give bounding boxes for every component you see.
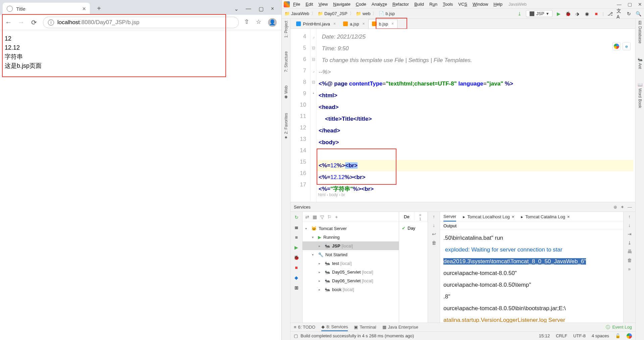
editor-tab[interactable]: PrintHtml.java× [292, 19, 339, 29]
java-ee-tool-button[interactable]: ▦ Java Enterprise [382, 325, 418, 330]
ant-tool-button[interactable]: 🐜 Ant [638, 57, 642, 69]
database-tool-button[interactable]: 🗄 Database [638, 21, 642, 44]
settings-icon[interactable]: ✶ [621, 205, 624, 210]
tree-node[interactable]: ▾🐱 Tomcat Server [303, 224, 399, 233]
build-icon[interactable]: ⤓ [517, 11, 523, 17]
menu-build[interactable]: Build [412, 1, 426, 7]
project-tool-button[interactable]: 1: Project [284, 21, 288, 38]
wrap-icon[interactable]: ↩ [432, 231, 436, 237]
bookmark-icon[interactable]: ☆ [256, 18, 261, 27]
delete-icon[interactable]: 🗑 [627, 258, 632, 263]
collapse-all-icon[interactable]: ≡ [293, 234, 300, 241]
tree-node[interactable]: ▾🔧 Not Started [303, 250, 399, 259]
minimize-icon[interactable]: — [246, 6, 251, 12]
console-tab-catalina[interactable]: ▸ Tomcat Catalina Log × [521, 214, 570, 219]
reload-button[interactable]: ⟳ [30, 18, 38, 26]
menu-refactor[interactable]: Refactor [390, 1, 411, 7]
browser-tab[interactable]: Title × [3, 3, 90, 15]
editor-tab[interactable]: a.jsp× [339, 19, 368, 29]
profile-button[interactable]: ◉ [584, 11, 590, 17]
clear-icon[interactable]: 🗑 [432, 240, 436, 245]
share-icon[interactable]: ⇧ [244, 18, 249, 27]
services-tool-button[interactable]: ◆ 8: Services [321, 323, 348, 331]
close-icon[interactable]: × [333, 21, 336, 26]
updates-icon[interactable]: ↻ [626, 11, 632, 17]
code-editor[interactable]: e 4567891011121314151617 ⌟ ⊟⊟ ⌟⊟• Date: … [290, 29, 635, 202]
readonly-icon[interactable]: 🔓 [615, 333, 621, 338]
breadcrumb-item[interactable]: 📁 web [356, 11, 371, 16]
deploy-tab[interactable]: De [399, 212, 415, 222]
stop-button[interactable]: ■ [593, 11, 599, 17]
show-icon[interactable]: ⇄ [305, 214, 309, 220]
maximize-icon[interactable]: ▢ [628, 2, 632, 7]
tree-node[interactable]: ▸🐜 test [local] [303, 259, 399, 268]
scroll-end-icon[interactable]: ⤓ [628, 240, 632, 245]
hide-icon[interactable]: — [628, 205, 632, 210]
tree-node-selected[interactable]: ▸🐜 JSP [local] [303, 241, 399, 250]
console-tab-localhost[interactable]: ▸ Tomcat Localhost Log × [463, 214, 514, 219]
caret-position[interactable]: 15:12 [539, 333, 550, 338]
site-info-icon[interactable]: i [48, 19, 54, 25]
layout-icon[interactable]: ▦ [313, 214, 317, 220]
forward-button[interactable]: → [17, 18, 25, 26]
stop-icon[interactable]: ■ [293, 264, 300, 271]
console-tab-server[interactable]: Server [443, 212, 456, 222]
new-tab-button[interactable]: + [93, 3, 105, 14]
code-content[interactable]: Date: 2021/12/25 Time: 9:50 To change th… [317, 29, 635, 202]
debug-button[interactable]: 🐞 [565, 11, 571, 17]
terminal-tool-button[interactable]: ▣ Terminal [354, 325, 376, 330]
menu-analyze[interactable]: Analyze [370, 1, 389, 7]
menu-file[interactable]: File [291, 1, 302, 7]
wordbook-tool-button[interactable]: 📖 Word Book [638, 82, 642, 108]
minimize-icon[interactable]: — [617, 2, 622, 7]
group-icon[interactable]: ⊞ [293, 284, 300, 291]
menu-help[interactable]: Help [491, 1, 504, 7]
close-icon[interactable]: × [362, 21, 365, 26]
expand-all-icon[interactable]: ≣ [293, 224, 300, 231]
menu-code[interactable]: Code [354, 1, 368, 7]
search-everywhere-icon[interactable]: 🔍 [635, 11, 641, 17]
editor-tab[interactable]: b.jsp× [368, 19, 397, 29]
coverage-button[interactable]: ⬗ [575, 11, 581, 17]
up-icon[interactable]: ↑ [433, 214, 435, 219]
menu-view[interactable]: View [316, 1, 330, 7]
tree-node[interactable]: ▾▶ Running [303, 233, 399, 241]
menu-edit[interactable]: Edit [304, 1, 315, 7]
help-icon[interactable]: » [628, 266, 631, 272]
more-icon[interactable]: ◆ [293, 274, 300, 281]
git-icon[interactable]: ⎇ [607, 11, 613, 17]
add-icon[interactable]: + [335, 214, 338, 220]
expand-icon[interactable]: ⊕ [613, 205, 617, 210]
profile-avatar[interactable]: 👤 [268, 18, 277, 27]
line-separator[interactable]: CRLF [556, 333, 567, 338]
back-button[interactable]: ← [5, 18, 12, 26]
code-breadcrumb[interactable]: html › body › br [318, 189, 345, 201]
menu-navigate[interactable]: Navigate [331, 1, 352, 7]
edge-icon[interactable]: e [623, 42, 631, 50]
pin-icon[interactable]: ⚐ [327, 214, 332, 220]
todo-tool-button[interactable]: ≡ 6: TODO [294, 325, 315, 330]
filter-icon[interactable]: ▽ [320, 214, 324, 220]
menu-tools[interactable]: Tools [441, 1, 455, 7]
web-tool-button[interactable]: ◉ Web [284, 86, 288, 100]
print-icon[interactable]: 🖶 [627, 249, 632, 254]
structure-tool-button[interactable]: 7: Structure [284, 51, 288, 72]
translate-icon[interactable]: 文A [616, 11, 623, 17]
event-log-button[interactable]: ⓘ Event Log [606, 324, 632, 330]
breadcrumb-item[interactable]: 📁 JavaWeb [284, 11, 309, 16]
menu-run[interactable]: Run [427, 1, 439, 7]
down-icon[interactable]: ↓ [433, 223, 435, 228]
close-icon[interactable]: × [391, 21, 394, 26]
chrome-icon[interactable] [612, 42, 621, 50]
tree-node[interactable]: ▸🐜 Day06_Servlet [local] [303, 276, 399, 285]
close-icon[interactable]: × [82, 5, 86, 12]
debug-icon[interactable]: 🐞 [293, 254, 300, 261]
run-button[interactable]: ▶ [556, 11, 562, 17]
file-encoding[interactable]: UTF-8 [573, 333, 586, 338]
run-config-selector[interactable]: JSP ▾ [526, 10, 552, 17]
indent-setting[interactable]: 4 spaces [592, 333, 609, 338]
scroll-down-icon[interactable]: ↓ [628, 223, 631, 228]
run-icon[interactable]: ▶ [293, 244, 300, 251]
tree-node[interactable]: ▸🐜 Day05_Servlet [local] [303, 268, 399, 276]
maximize-icon[interactable]: ▢ [259, 6, 264, 12]
